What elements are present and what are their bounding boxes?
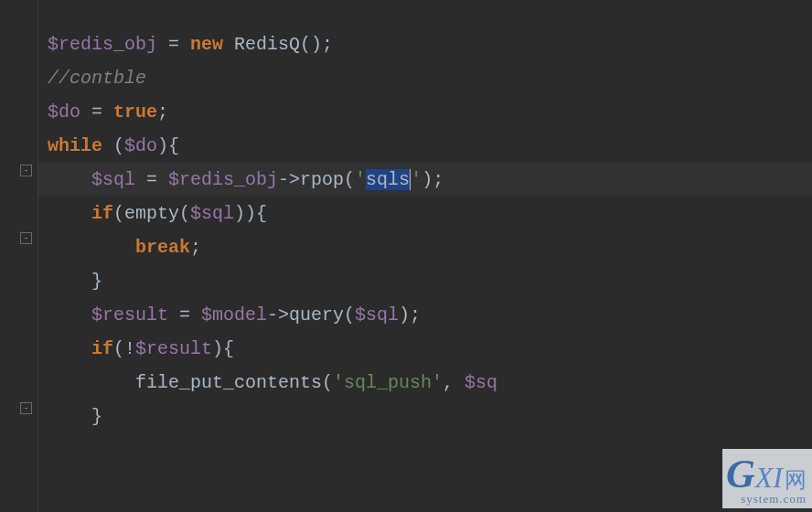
code-line[interactable]: } (38, 264, 812, 298)
punct: ){ (157, 135, 179, 156)
punct: = (157, 34, 190, 55)
code-line[interactable]: if(empty($sql)){ (38, 197, 812, 230)
variable: $sql (91, 169, 135, 190)
watermark-g: G (726, 452, 755, 496)
indent (48, 169, 91, 190)
variable: $result (135, 338, 212, 359)
variable: $do (48, 101, 80, 123)
code-area[interactable]: $redis_obj = new RedisQ(); //contble $do… (38, 0, 812, 512)
punct: ){ (212, 338, 234, 359)
gutter: - - - (0, 0, 38, 512)
indent (48, 304, 91, 325)
punct: } (48, 271, 102, 292)
punct: RedisQ(); (223, 34, 333, 55)
punct: ->rpop( (278, 169, 355, 190)
fold-button-if-empty[interactable]: - (20, 232, 32, 244)
punct: ; (157, 101, 168, 123)
keyword: new (190, 34, 223, 55)
variable: $redis_obj (48, 34, 157, 55)
punct: )){ (234, 203, 267, 224)
punct: , (443, 372, 465, 393)
variable: $sq (465, 372, 497, 393)
code-line[interactable]: $result = $model->query($sql); (38, 298, 812, 332)
punct: file_put_contents( (48, 372, 333, 393)
variable: $redis_obj (168, 169, 278, 190)
keyword: while (48, 135, 102, 156)
code-line[interactable]: //contble (38, 61, 812, 95)
fold-button-if-result[interactable]: - (20, 402, 32, 414)
code-line[interactable]: while ($do){ (38, 129, 812, 163)
indent (48, 338, 91, 359)
code-line[interactable]: $do = true; (38, 95, 812, 129)
punct: ( (113, 203, 124, 224)
punct: ( (179, 203, 190, 224)
keyword: true (113, 101, 157, 123)
punct: ( (102, 135, 124, 156)
watermark-wang: 网 (785, 468, 807, 492)
string-quote: ' (355, 169, 366, 190)
code-line[interactable]: file_put_contents('sql_push', $sq (38, 366, 812, 400)
punct: = (80, 101, 113, 123)
punct: ); (422, 169, 443, 190)
variable: $do (124, 135, 157, 156)
variable: $sql (190, 203, 234, 224)
indent (48, 203, 91, 224)
code-line-active[interactable]: $sql = $redis_obj->rpop('sqls'); (38, 163, 812, 197)
punct: } (48, 406, 102, 427)
fold-button-while[interactable]: - (20, 165, 32, 176)
punct: ; (190, 237, 201, 258)
code-line[interactable]: $redis_obj = new RedisQ(); (38, 27, 812, 61)
punct: = (168, 304, 201, 325)
string-quote: ' (411, 169, 422, 190)
function: empty (124, 203, 179, 224)
indent (48, 237, 135, 258)
punct: ->query( (267, 304, 355, 325)
watermark-logo: GXI网 system.com (722, 449, 812, 508)
code-line[interactable]: break; (38, 230, 812, 264)
variable: $model (201, 304, 267, 325)
selected-text[interactable]: sqls (366, 169, 411, 190)
code-line[interactable]: if(!$result){ (38, 332, 812, 366)
variable: $sql (355, 304, 399, 325)
variable: $result (91, 304, 168, 325)
keyword: if (91, 338, 113, 359)
code-editor[interactable]: - - - $redis_obj = new RedisQ(); //contb… (0, 0, 812, 512)
punct: = (135, 169, 168, 190)
string: 'sql_push' (333, 372, 443, 393)
punct: ); (399, 304, 421, 325)
comment: //contble (48, 68, 146, 89)
punct: (! (113, 338, 135, 359)
code-line[interactable]: } (38, 400, 812, 433)
watermark-xi: XI (755, 461, 783, 494)
keyword: if (91, 203, 113, 224)
keyword: break (135, 237, 190, 258)
